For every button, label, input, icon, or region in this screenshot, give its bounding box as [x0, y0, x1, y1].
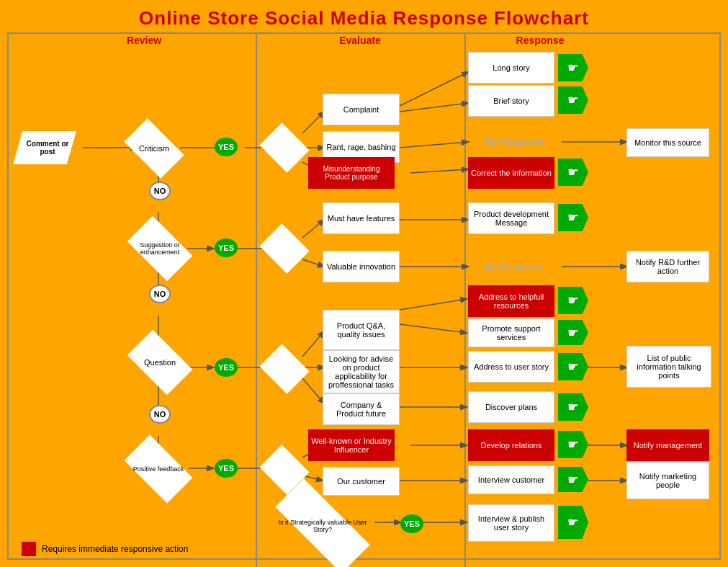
- must-have-label: Must have features: [328, 214, 395, 223]
- company-label: Company & Product future: [326, 401, 396, 418]
- notify-marketing-box: Notify marketing people: [626, 462, 709, 499]
- svg-line-9: [410, 169, 468, 173]
- address-user-label: Address to user story: [474, 362, 549, 371]
- legend-text: Requires immediate responsive action: [42, 544, 188, 554]
- yes4-circle: YES: [215, 459, 238, 478]
- notify-rd-label: Notify R&D further action: [630, 258, 706, 275]
- product-dev-hand-icon: ☛: [567, 210, 579, 226]
- promote-support-box: Promote support services: [468, 318, 554, 347]
- eval-diamond-1-bg: [259, 122, 309, 172]
- eval-diamond-2: [265, 233, 304, 264]
- correct-info-btn[interactable]: ☛: [558, 159, 588, 186]
- no-response-1: No Response: [468, 127, 562, 156]
- notify-marketing-label: Notify marketing people: [630, 472, 706, 489]
- eval-diamond-3: [265, 353, 304, 385]
- product-qa-label: Product Q&A, quality issues: [326, 321, 396, 339]
- address-helpfull-btn[interactable]: ☛: [558, 287, 588, 314]
- misunderstanding-box: Misunderstanding Product purpose: [308, 157, 395, 189]
- develop-relations-hand-icon: ☛: [567, 437, 579, 452]
- svg-line-8: [400, 142, 468, 148]
- develop-relations-btn[interactable]: ☛: [558, 431, 588, 458]
- interview-customer-btn[interactable]: ☛: [558, 467, 588, 492]
- product-dev-btn[interactable]: ☛: [558, 204, 588, 231]
- product-dev-box: Product development Message: [468, 202, 554, 234]
- complaint-label: Complaint: [343, 105, 379, 114]
- interview-customer-hand-icon: ☛: [567, 472, 579, 488]
- suggestion-diamond: Suggestion or enhancement: [132, 231, 188, 267]
- develop-relations-box: Develop relations: [468, 429, 554, 461]
- positive-label: Positive feedback: [133, 465, 184, 473]
- yes3-circle: YES: [215, 358, 238, 377]
- looking-for-label: Looking for advise on product applicabil…: [326, 354, 396, 389]
- notify-rd-box: Notify R&D further action: [626, 251, 709, 282]
- brief-story-hand-icon: ☛: [567, 92, 579, 108]
- page: Online Store Social Media Response Flowc…: [0, 0, 728, 567]
- long-story-box: Long story: [468, 52, 554, 84]
- interview-publish-hand-icon: ☛: [567, 514, 579, 530]
- notify-mgmt-box: Notify management: [626, 429, 709, 461]
- our-customer-label: Our customer: [337, 477, 385, 486]
- long-story-label: Long story: [493, 63, 529, 72]
- svg-line-6: [400, 72, 468, 106]
- col-header-evaluate: Evaluate: [259, 35, 461, 46]
- discover-hand-icon: ☛: [567, 399, 579, 415]
- brief-story-box: Brief story: [468, 85, 554, 117]
- must-have-box: Must have features: [323, 202, 400, 234]
- product-dev-label: Product development Message: [472, 210, 551, 227]
- no-response-2-label: No Response: [485, 262, 544, 272]
- discover-btn[interactable]: ☛: [558, 393, 588, 421]
- valuable-label: Valuable innovation: [327, 262, 395, 271]
- our-customer-box: Our customer: [323, 467, 400, 496]
- comment-post-shape: Comment or post: [13, 131, 76, 164]
- correct-info-label: Correct the information: [471, 169, 552, 177]
- svg-line-3: [302, 112, 324, 133]
- interview-customer-box: Interview customer: [468, 465, 554, 494]
- col-divider-2: [464, 32, 466, 567]
- address-user-hand-icon: ☛: [567, 359, 579, 375]
- rant-label: Rant, rage, bashing: [326, 143, 395, 151]
- promote-support-btn[interactable]: ☛: [558, 320, 588, 345]
- well-known-label: Well-known or Industry Influencer: [311, 437, 392, 454]
- strategic-label: Is it Strategically valuable User Story?: [276, 519, 369, 533]
- address-helpfull-box: Address to helpfull resources: [468, 285, 554, 317]
- correct-info-hand-icon: ☛: [567, 164, 579, 180]
- no3-circle: NO: [149, 405, 171, 424]
- suggestion-label: Suggestion or enhancement: [132, 241, 188, 256]
- eval-diamond-3-bg: [259, 344, 309, 393]
- legend-box: [22, 542, 36, 556]
- col-divider-1: [256, 32, 257, 567]
- looking-for-box: Looking for advise on product applicabil…: [323, 350, 400, 393]
- svg-line-27: [400, 299, 467, 310]
- eval-diamond-2-bg: [259, 223, 309, 273]
- develop-relations-label: Develop relations: [481, 441, 542, 450]
- monitor-label: Monitor this source: [634, 138, 701, 147]
- company-box: Company & Product future: [323, 393, 400, 425]
- criticism-diamond: Criticism: [128, 132, 180, 165]
- svg-line-28: [400, 324, 467, 333]
- col-header-response: Response: [468, 35, 612, 46]
- discover-label: Discover plans: [485, 403, 537, 411]
- long-story-btn[interactable]: ☛: [558, 54, 588, 81]
- interview-publish-label: Interview & publish user story: [472, 514, 551, 532]
- promote-support-label: Promote support services: [472, 324, 551, 341]
- monitor-box: Monitor this source: [626, 128, 709, 157]
- list-public-label: List of public information talking point…: [630, 354, 708, 380]
- no1-circle: NO: [149, 182, 171, 200]
- legend: Requires immediate responsive action: [22, 542, 188, 556]
- interview-publish-btn[interactable]: ☛: [558, 506, 588, 539]
- valuable-box: Valuable innovation: [323, 251, 400, 282]
- brief-story-label: Brief story: [493, 97, 529, 105]
- eval-diamond-4: [265, 454, 304, 486]
- address-helpfull-label: Address to helpfull resources: [471, 293, 552, 310]
- well-known-box: Well-known or Industry Influencer: [308, 429, 395, 461]
- no-response-1-label: No Response: [485, 136, 544, 147]
- yes5-circle: YES: [400, 514, 423, 533]
- address-user-btn[interactable]: ☛: [558, 353, 588, 380]
- long-story-hand-icon: ☛: [567, 60, 579, 76]
- no2-circle: NO: [149, 285, 171, 303]
- yes2-circle: YES: [215, 238, 238, 257]
- brief-story-btn[interactable]: ☛: [558, 86, 588, 114]
- discover-box: Discover plans: [468, 391, 554, 423]
- list-public-box: List of public information talking point…: [626, 346, 711, 388]
- svg-line-24: [302, 331, 324, 357]
